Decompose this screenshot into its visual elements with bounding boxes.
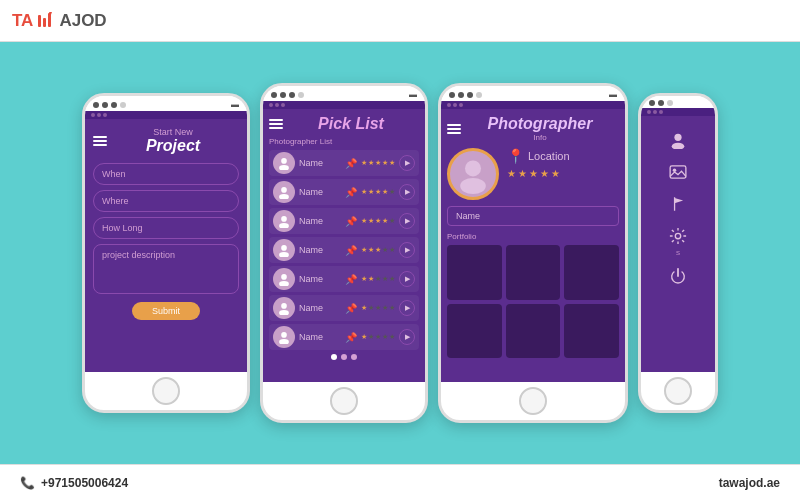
phone4-status [641, 96, 715, 108]
item-name: Name [299, 216, 341, 226]
list-item: Name 📌 ★★★★★ ▶ [269, 295, 419, 321]
phone4-screen: S [641, 116, 715, 372]
phone1-title: Start New Project [107, 127, 239, 155]
phone3: ▬ Photographer Info [438, 83, 628, 423]
hamburger-menu-3[interactable] [447, 124, 461, 134]
play-button[interactable]: ▶ [399, 213, 415, 229]
phones-area: ▬ Start New Project When Where How Long … [0, 42, 800, 464]
signal-dot [649, 100, 655, 106]
phone2-signal-dots [271, 92, 304, 98]
star-rating: ★★★★★ [361, 333, 395, 341]
svg-point-25 [675, 233, 680, 238]
flag-icon [666, 192, 690, 216]
sidebar-item-location[interactable] [666, 192, 690, 216]
phone-number: +971505006424 [41, 476, 128, 490]
phone3-signal-dots [449, 92, 482, 98]
when-field[interactable]: When [93, 163, 239, 185]
photographer-info: 📍 Location ★ ★ ★ ★ ★ [507, 148, 570, 179]
sidebar-item-gallery[interactable] [666, 160, 690, 184]
phone1-status: ▬ [85, 96, 247, 111]
play-button[interactable]: ▶ [399, 271, 415, 287]
sidebar-item-profile[interactable] [666, 128, 690, 152]
logo-ajod: AJOD [59, 11, 106, 31]
svg-rect-0 [38, 15, 41, 27]
logo-icon [35, 11, 57, 31]
star-rating: ★★★★★ [361, 217, 395, 225]
pin-icon: 📌 [345, 245, 357, 256]
phone2-screen-topbar [263, 101, 425, 109]
svg-point-6 [281, 187, 287, 193]
header-bar: TA AJOD [0, 0, 800, 42]
svg-point-16 [281, 332, 287, 338]
avatar [273, 181, 295, 203]
photographer-rating: ★ ★ ★ ★ ★ [507, 168, 570, 179]
phone1: ▬ Start New Project When Where How Long … [82, 93, 250, 413]
phone4-screen-topbar [641, 108, 715, 116]
phone4-signal-dots [649, 100, 673, 106]
submit-button[interactable]: Submit [132, 302, 200, 320]
hamburger-menu-2[interactable] [269, 119, 283, 129]
settings-label: S [676, 250, 680, 256]
signal-dot [289, 92, 295, 98]
pin-icon: 📌 [345, 158, 357, 169]
svg-point-14 [281, 303, 287, 309]
avatar [273, 268, 295, 290]
star-rating: ★★★★★ [361, 159, 395, 167]
svg-point-21 [672, 143, 685, 149]
how-long-field[interactable]: How Long [93, 217, 239, 239]
portfolio-label: Portfolio [447, 232, 619, 241]
description-field[interactable]: project description [93, 244, 239, 294]
signal-dot [111, 102, 117, 108]
photographer-name-field[interactable]: Name [447, 206, 619, 226]
hamburger-menu[interactable] [93, 136, 107, 146]
sidebar-item-settings[interactable]: S [666, 224, 690, 256]
title-line2: Project [107, 137, 239, 155]
svg-point-17 [279, 339, 289, 344]
avatar [273, 326, 295, 348]
signal-dot [271, 92, 277, 98]
star-rating: ★★★★★ [361, 246, 395, 254]
portfolio-thumb [564, 245, 619, 300]
user-icon [666, 128, 690, 152]
svg-point-15 [279, 310, 289, 315]
phone4-home-button[interactable] [664, 377, 692, 405]
svg-rect-1 [43, 18, 46, 27]
signal-dot [120, 102, 126, 108]
svg-point-5 [279, 165, 289, 170]
footer-bar: 📞 +971505006424 tawajod.ae [0, 464, 800, 500]
phone2-home-button[interactable] [330, 387, 358, 415]
play-button[interactable]: ▶ [399, 155, 415, 171]
pin-icon: 📌 [345, 303, 357, 314]
item-name: Name [299, 274, 341, 284]
list-item: Name 📌 ★★★★★ ▶ [269, 179, 419, 205]
avatar [273, 297, 295, 319]
item-name: Name [299, 332, 341, 342]
location-row: 📍 Location [507, 148, 570, 164]
phone1-nav: Start New Project [93, 127, 239, 155]
avatar [273, 210, 295, 232]
item-name: Name [299, 245, 341, 255]
sidebar-item-power[interactable] [666, 264, 690, 288]
portfolio-thumb [506, 245, 561, 300]
footer-website: tawajod.ae [719, 476, 780, 490]
pagination [269, 354, 419, 360]
location-text: Location [528, 150, 570, 162]
play-button[interactable]: ▶ [399, 329, 415, 345]
play-button[interactable]: ▶ [399, 300, 415, 316]
phone1-home-button[interactable] [152, 377, 180, 405]
phone1-battery: ▬ [231, 100, 239, 109]
star-rating: ★★★★★ [361, 275, 395, 283]
signal-dot [102, 102, 108, 108]
portfolio-thumb [447, 245, 502, 300]
play-button[interactable]: ▶ [399, 242, 415, 258]
gear-icon [666, 224, 690, 248]
logo-ta: TA [12, 11, 33, 31]
signal-dot [93, 102, 99, 108]
pin-icon: 📌 [345, 274, 357, 285]
phone2-nav: Pick List [269, 115, 419, 133]
play-button[interactable]: ▶ [399, 184, 415, 200]
phone3-home-button[interactable] [519, 387, 547, 415]
svg-point-9 [279, 223, 289, 228]
phone3-battery: ▬ [609, 90, 617, 99]
where-field[interactable]: Where [93, 190, 239, 212]
